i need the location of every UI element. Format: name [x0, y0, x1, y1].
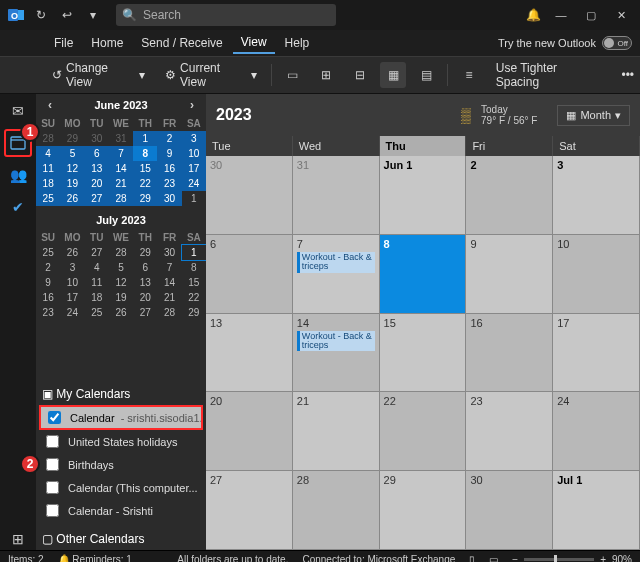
calendar-cell[interactable]: 27	[206, 471, 293, 550]
calendar-event[interactable]: Workout - Back & triceps	[297, 331, 375, 352]
calendar-cell[interactable]: 2	[466, 156, 553, 235]
spacing-icon[interactable]: ≡	[456, 62, 481, 88]
calendar-cell[interactable]: 22	[380, 392, 467, 471]
calendar-event[interactable]: Workout - Back & triceps	[297, 252, 375, 273]
calendar-row-thiscomputer[interactable]: Calendar (This computer...	[36, 476, 206, 499]
calendar-cell[interactable]: 31	[293, 156, 380, 235]
calendar-row-primary[interactable]: Calendar - srishti.sisodia1...	[40, 406, 202, 429]
calendar-cell[interactable]: 3	[553, 156, 640, 235]
calendar-checkbox[interactable]	[46, 481, 59, 494]
calendar-cell[interactable]: 28	[293, 471, 380, 550]
menu-bar: File Home Send / Receive View Help Try t…	[0, 30, 640, 56]
side-panel: ‹ June 2023 › SUMOTUWETHFRSA282930311234…	[36, 94, 206, 550]
calendar-cell[interactable]: 24	[553, 392, 640, 471]
calendar-cell[interactable]: 30	[466, 471, 553, 550]
calendar-email: - srishti.sisodia1...	[121, 412, 202, 424]
left-rail: ✉ 👥 ✔ ⊞ 1 2	[0, 94, 36, 550]
notification-icon[interactable]: 🔔	[520, 2, 546, 28]
calendar-checkbox-primary[interactable]	[48, 411, 61, 424]
calendar-cell[interactable]: 30	[206, 156, 293, 235]
try-new-outlook[interactable]: Try the new Outlook Off	[498, 36, 640, 50]
calendar-cell[interactable]: 14Workout - Back & triceps	[293, 314, 380, 393]
calendar-cell[interactable]: Jun 1	[380, 156, 467, 235]
calendar-name: Calendar	[70, 412, 115, 424]
calendar-cell[interactable]: 20	[206, 392, 293, 471]
sync-icon[interactable]: ↻	[28, 2, 54, 28]
weather-icon: ▒	[461, 107, 471, 123]
calendar-row-srishti[interactable]: Calendar - Srishti	[36, 499, 206, 522]
next-month-icon[interactable]: ›	[186, 98, 198, 112]
calendar-cell[interactable]: 23	[466, 392, 553, 471]
view-week-icon[interactable]: ⊟	[347, 62, 372, 88]
calendar-cell[interactable]: 17	[553, 314, 640, 393]
calendar-row-birthdays[interactable]: Birthdays	[36, 453, 206, 476]
window-minimize[interactable]: —	[546, 0, 576, 30]
qat-dropdown[interactable]: ▾	[80, 2, 106, 28]
weather-widget[interactable]: Today 79° F / 56° F	[481, 104, 537, 126]
current-view-button[interactable]: ⚙ Current View ▾	[159, 57, 263, 93]
status-bar: Items: 2 🔔 Reminders: 1 All folders are …	[0, 550, 640, 562]
calendar-checkbox[interactable]	[46, 458, 59, 471]
view-day-icon[interactable]: ▭	[280, 62, 305, 88]
calendar-checkbox[interactable]	[46, 504, 59, 517]
mail-icon[interactable]: ✉	[7, 100, 29, 122]
people-icon[interactable]: 👥	[7, 164, 29, 186]
view-workweek-icon[interactable]: ⊞	[314, 62, 339, 88]
zoom-out-icon[interactable]: −	[512, 554, 518, 562]
calendar-cell[interactable]: 29	[380, 471, 467, 550]
mini-calendar-2[interactable]: SUMOTUWETHFRSA25262728293012345678910111…	[36, 230, 206, 320]
menu-help[interactable]: Help	[277, 33, 318, 53]
calendar-grid[interactable]: 3031Jun 12367Workout - Back & triceps891…	[206, 156, 640, 550]
zoom-track[interactable]	[524, 558, 594, 561]
menu-file[interactable]: File	[46, 33, 81, 53]
status-folders: All folders are up to date.	[177, 554, 288, 562]
view-toggle-icon[interactable]: ▯	[469, 554, 475, 562]
mini-calendar-1[interactable]: SUMOTUWETHFRSA28293031123456789101112131…	[36, 116, 206, 206]
window-maximize[interactable]: ▢	[576, 0, 606, 30]
change-view-button[interactable]: ↺ Change View ▾	[46, 57, 151, 93]
toggle-switch[interactable]: Off	[602, 36, 632, 50]
window-close[interactable]: ✕	[606, 0, 636, 30]
search-placeholder: Search	[143, 8, 181, 22]
undo-icon[interactable]: ↩	[54, 2, 80, 28]
menu-send-receive[interactable]: Send / Receive	[133, 33, 230, 53]
view-mode-button[interactable]: ▦ Month ▾	[557, 105, 630, 126]
calendar-checkbox[interactable]	[46, 435, 59, 448]
title-bar: O ↻ ↩ ▾ 🔍 Search 🔔 — ▢ ✕	[0, 0, 640, 30]
calendar-cell[interactable]: 21	[293, 392, 380, 471]
calendar-cell[interactable]: 16	[466, 314, 553, 393]
zoom-value: 90%	[612, 554, 632, 562]
svg-rect-1	[18, 10, 24, 20]
view-month-icon[interactable]: ▦	[380, 62, 405, 88]
menu-home[interactable]: Home	[83, 33, 131, 53]
calendar-cell[interactable]: 13	[206, 314, 293, 393]
annotation-2: 2	[20, 454, 40, 474]
other-calendars-header[interactable]: ▢ Other Calendars	[36, 528, 206, 550]
current-view-label: Current View	[180, 61, 247, 89]
tighter-spacing-button[interactable]: Use Tighter Spacing	[490, 57, 608, 93]
zoom-control[interactable]: − + 90%	[512, 554, 632, 562]
calendar-cell[interactable]: 7Workout - Back & triceps	[293, 235, 380, 314]
annotation-1: 1	[20, 122, 40, 142]
prev-month-icon[interactable]: ‹	[44, 98, 56, 112]
calendar-cell[interactable]: 9	[466, 235, 553, 314]
overflow-button[interactable]: •••	[615, 64, 640, 86]
my-calendars-header[interactable]: ▣ My Calendars	[36, 383, 206, 405]
calendar-cell[interactable]: 15	[380, 314, 467, 393]
outlook-icon: O	[4, 3, 28, 27]
calendar-cell[interactable]: 10	[553, 235, 640, 314]
status-reminders: 🔔 Reminders: 1	[58, 554, 132, 562]
todo-icon[interactable]: ✔	[7, 196, 29, 218]
calendar-cell[interactable]: 6	[206, 235, 293, 314]
zoom-in-icon[interactable]: +	[600, 554, 606, 562]
weekday-header: TueWedThuFriSat	[206, 136, 640, 156]
change-view-label: Change View	[66, 61, 135, 89]
view-schedule-icon[interactable]: ▤	[414, 62, 439, 88]
apps-icon[interactable]: ⊞	[7, 528, 29, 550]
calendar-cell[interactable]: 8	[380, 235, 467, 314]
search-input[interactable]: 🔍 Search	[116, 4, 336, 26]
calendar-row-holidays[interactable]: United States holidays	[36, 430, 206, 453]
view-toggle-icon[interactable]: ▭	[489, 554, 498, 562]
menu-view[interactable]: View	[233, 32, 275, 54]
calendar-cell[interactable]: Jul 1	[553, 471, 640, 550]
